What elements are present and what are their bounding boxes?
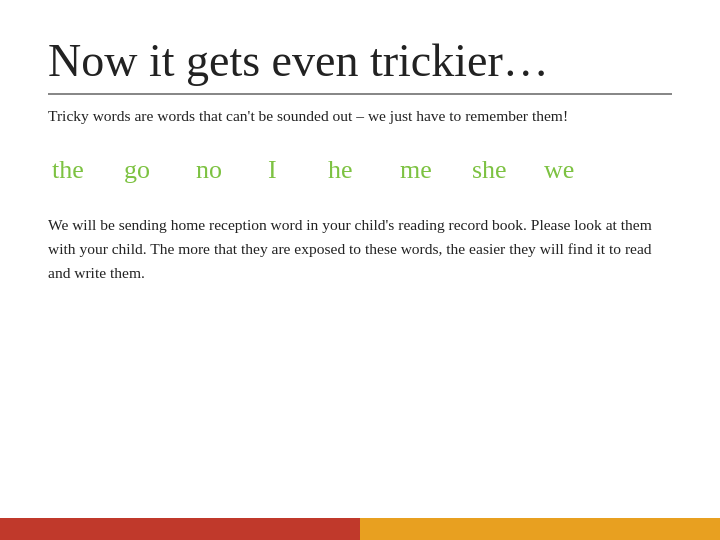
body-text: We will be sending home reception word i…	[48, 213, 672, 285]
word-me: me	[400, 155, 472, 185]
bottom-bar	[0, 518, 720, 540]
word-I: I	[268, 155, 328, 185]
subtitle-text: Tricky words are words that can't be sou…	[48, 105, 672, 127]
slide-title: Now it gets even trickier…	[48, 36, 672, 87]
slide: Now it gets even trickier… Tricky words …	[0, 0, 720, 540]
word-we: we	[544, 155, 616, 185]
bottom-bar-orange	[360, 518, 720, 540]
title-divider	[48, 93, 672, 95]
word-the: the	[52, 155, 124, 185]
words-row: the go no I he me she we	[48, 155, 672, 185]
word-go: go	[124, 155, 196, 185]
word-he: he	[328, 155, 400, 185]
word-she: she	[472, 155, 544, 185]
bottom-bar-red	[0, 518, 360, 540]
word-no: no	[196, 155, 268, 185]
